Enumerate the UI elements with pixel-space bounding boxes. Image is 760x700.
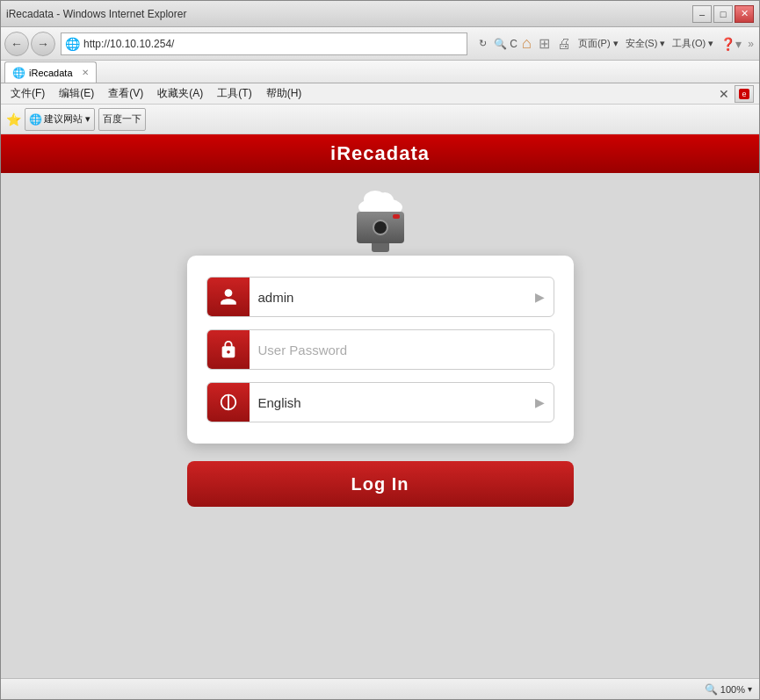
- page-content: ▶ ▶: [1, 173, 759, 678]
- minimize-button[interactable]: –: [692, 5, 712, 23]
- window-controls: – □ ✕: [692, 5, 754, 23]
- navigation-bar: ← → 🌐 http://10.10.10.254/ ↻ 🔍 C ⌂ ⊞ 🖨 页…: [1, 27, 759, 61]
- home-button[interactable]: ⌂: [519, 34, 534, 53]
- username-arrow-icon: ▶: [535, 290, 554, 304]
- favorites-toolbar: ⭐ 🌐 建议网站 ▾ 百度一下: [1, 105, 759, 134]
- forward-button[interactable]: →: [31, 32, 55, 56]
- title-bar: iRecadata - Windows Internet Explorer – …: [1, 1, 759, 27]
- safety-button[interactable]: 安全(S) ▾: [623, 37, 669, 50]
- app-title: iRecadata: [330, 142, 430, 165]
- zoom-level: 100%: [720, 684, 745, 695]
- tab-label: iRecadata: [29, 68, 73, 78]
- app-header: iRecadata: [1, 134, 759, 173]
- menu-bar: 文件(F) 编辑(E) 查看(V) 收藏夹(A) 工具(T) 帮助(H) ✕ e: [1, 83, 759, 105]
- ie-icon: 🌐: [29, 113, 42, 126]
- address-bar[interactable]: 🌐 http://10.10.10.254/: [61, 32, 467, 55]
- menu-file[interactable]: 文件(F): [6, 84, 49, 103]
- login-card: ▶ ▶: [187, 256, 574, 444]
- username-icon-box: [207, 277, 250, 317]
- svg-text:e: e: [742, 90, 746, 98]
- menu-edit[interactable]: 编辑(E): [54, 84, 98, 103]
- search-box[interactable]: 🔍 C: [494, 38, 518, 50]
- zoom-dropdown-icon[interactable]: ▾: [748, 684, 752, 694]
- login-button[interactable]: Log In: [187, 461, 574, 507]
- page-button[interactable]: 页面(P) ▾: [575, 37, 621, 50]
- close-button[interactable]: ✕: [735, 5, 754, 23]
- feeds-button[interactable]: ⊞: [536, 35, 553, 52]
- lock-icon: [219, 340, 238, 359]
- print-button[interactable]: 🖨: [554, 36, 574, 52]
- login-btn-container: Log In: [187, 461, 574, 507]
- suggested-sites-button[interactable]: 🌐 建议网站 ▾: [25, 108, 95, 131]
- status-bar: 🔍 100% ▾: [1, 678, 759, 699]
- zoom-icon: 🔍: [705, 683, 718, 696]
- tab-bar: 🌐 iRecadata ✕: [1, 61, 759, 83]
- password-input[interactable]: [250, 330, 554, 369]
- username-row: ▶: [206, 277, 554, 317]
- camera-lens: [373, 220, 388, 235]
- camera-mount: [372, 243, 389, 252]
- menu-view[interactable]: 查看(V): [104, 84, 148, 103]
- menu-help[interactable]: 帮助(H): [262, 84, 307, 103]
- camera-illustration: [345, 191, 416, 252]
- baidu-label: 百度一下: [103, 112, 141, 126]
- user-icon: [219, 287, 238, 307]
- baidu-search-button[interactable]: 百度一下: [98, 108, 146, 131]
- favorites-star-icon: ⭐: [6, 112, 21, 126]
- help-button[interactable]: ❓▾: [718, 37, 744, 51]
- refresh-button[interactable]: ↻: [473, 34, 492, 54]
- active-tab[interactable]: 🌐 iRecadata ✕: [4, 61, 97, 83]
- maximize-button[interactable]: □: [713, 5, 733, 23]
- tab-icon: 🌐: [12, 67, 25, 79]
- back-button[interactable]: ←: [4, 32, 29, 56]
- camera-body: [357, 212, 404, 243]
- suggested-sites-label: 建议网站 ▾: [44, 112, 90, 126]
- menu-favorites[interactable]: 收藏夹(A): [153, 84, 207, 103]
- language-arrow-icon: ▶: [535, 395, 554, 409]
- tools-button[interactable]: 工具(O) ▾: [670, 37, 716, 50]
- language-input[interactable]: [250, 383, 535, 422]
- language-icon-box: [207, 382, 250, 422]
- username-input[interactable]: [250, 278, 535, 316]
- password-icon-box: [207, 329, 250, 370]
- window-title: iRecadata - Windows Internet Explorer: [6, 8, 186, 20]
- menu-tools[interactable]: 工具(T): [213, 84, 256, 103]
- language-row: ▶: [206, 382, 554, 422]
- zoom-control[interactable]: 🔍 100% ▾: [705, 683, 752, 696]
- language-icon: [219, 393, 238, 412]
- tab-close-icon[interactable]: ✕: [82, 68, 89, 77]
- browser-icon: 🌐: [65, 37, 80, 51]
- more-button[interactable]: »: [746, 38, 756, 50]
- password-row: [206, 329, 554, 370]
- address-text: http://10.10.10.254/: [83, 38, 463, 50]
- menu-extra-icon[interactable]: e: [735, 85, 754, 103]
- menu-close-icon[interactable]: ✕: [719, 87, 729, 101]
